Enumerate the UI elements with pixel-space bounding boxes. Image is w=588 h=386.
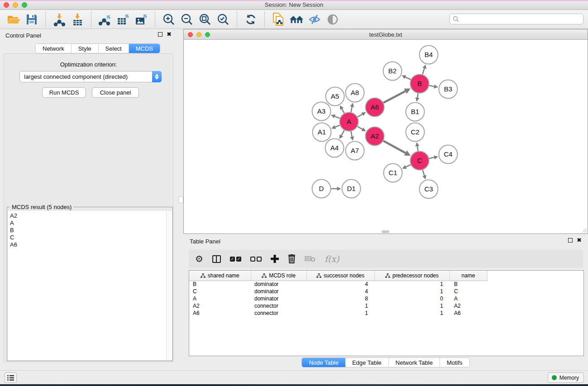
function-builder-button[interactable]: f(x) — [325, 254, 339, 264]
column-header-shared-name[interactable]: shared name — [189, 271, 251, 281]
refresh-layout-button[interactable] — [242, 11, 260, 28]
show-graphics-details-button[interactable] — [324, 11, 342, 28]
graph-node-B2[interactable]: B2 — [383, 62, 402, 81]
mcds-result-list[interactable]: A2ABCA6 — [8, 211, 166, 360]
table-row[interactable]: A2connector11A2 — [189, 302, 494, 310]
column-header-MCDS-role[interactable]: MCDS role — [251, 271, 306, 281]
graph-node-C3[interactable]: C3 — [420, 180, 438, 199]
edge-D-D1[interactable] — [331, 187, 341, 191]
table-row[interactable]: Adominator80A — [189, 295, 494, 302]
column-header-successor-nodes[interactable]: successor nodes — [306, 271, 374, 281]
zoom-in-button[interactable] — [160, 11, 178, 28]
column-header-predecessor-nodes[interactable]: predecessor nodes — [374, 271, 449, 281]
edge-A-A2[interactable] — [358, 127, 366, 131]
table-row[interactable]: A6connector11A6 — [189, 310, 494, 317]
edge-A-A8[interactable] — [350, 103, 354, 112]
graph-node-A1[interactable]: A1 — [313, 123, 331, 142]
home-layout-button[interactable] — [287, 11, 306, 28]
network-window-titlebar[interactable]: testGlobe.txt — [184, 29, 588, 40]
tab-node-table[interactable]: Node Table — [302, 358, 345, 367]
tab-motifs[interactable]: Motifs — [440, 358, 469, 367]
graph-node-A7[interactable]: A7 — [346, 142, 364, 160]
graph-node-C1[interactable]: C1 — [384, 164, 402, 182]
graph-node-A5[interactable]: A5 — [326, 87, 344, 106]
edge-A6-B[interactable] — [383, 88, 411, 103]
tab-network-table[interactable]: Network Table — [389, 358, 440, 367]
edge-C-C3[interactable] — [422, 170, 426, 179]
graph-node-A6[interactable]: A6 — [366, 98, 384, 117]
export-network-button[interactable] — [96, 11, 114, 28]
table-row[interactable]: Bdominator41B — [189, 281, 494, 288]
tab-network[interactable]: Network — [36, 44, 72, 53]
graph-node-B3[interactable]: B3 — [439, 80, 458, 99]
edge-A-A4[interactable] — [339, 130, 344, 139]
tab-style[interactable]: Style — [72, 44, 99, 53]
zoom-out-button[interactable] — [178, 11, 196, 28]
resize-grip-icon[interactable] — [581, 227, 587, 233]
tab-mcds[interactable]: MCDS — [129, 44, 160, 53]
column-header-name[interactable]: name — [449, 271, 487, 281]
graph-node-C4[interactable]: C4 — [439, 145, 458, 164]
save-session-button[interactable] — [23, 11, 41, 28]
table-close-panel-icon[interactable]: ✖ — [577, 238, 582, 243]
edge-A-A5[interactable] — [340, 105, 344, 114]
show-task-history-button[interactable] — [5, 372, 17, 383]
hide-columns-button[interactable] — [250, 257, 262, 262]
edge-C-C2[interactable] — [415, 142, 419, 151]
import-network-button[interactable] — [50, 11, 68, 28]
table-row[interactable]: Cdominator41C — [189, 288, 494, 295]
graph-node-C[interactable]: C — [411, 152, 429, 170]
graph-node-A3[interactable]: A3 — [312, 102, 331, 121]
graph-node-B4[interactable]: B4 — [420, 46, 438, 64]
tab-edge-table[interactable]: Edge Table — [345, 358, 389, 367]
open-file-button[interactable] — [5, 11, 23, 28]
table-float-panel-icon[interactable] — [568, 238, 573, 243]
close-panel-icon[interactable]: ✖ — [167, 32, 172, 37]
edge-C-C1[interactable] — [402, 165, 411, 169]
edge-C-C4[interactable] — [429, 155, 438, 159]
graph-node-B[interactable]: B — [411, 75, 429, 93]
edge-A-A3[interactable] — [331, 114, 340, 119]
search-input[interactable] — [459, 15, 583, 23]
graph-node-D[interactable]: D — [312, 180, 331, 198]
zoom-selected-button[interactable] — [214, 11, 232, 28]
export-image-button[interactable] — [132, 11, 150, 28]
memory-button[interactable]: Memory — [548, 372, 584, 383]
delete-table-button[interactable] — [305, 256, 316, 262]
close-panel-button[interactable]: Close panel — [92, 87, 139, 98]
graph-node-C2[interactable]: C2 — [406, 123, 425, 142]
graph-node-A2[interactable]: A2 — [366, 127, 384, 146]
edge-B-B4[interactable] — [422, 64, 426, 74]
canvas-hscroll-thumb[interactable] — [382, 230, 389, 233]
network-canvas[interactable]: B4B2BB3A8A5A6A3B1AA1C2A2A4A7C4CC1DD1C3 — [184, 40, 588, 234]
zoom-fit-button[interactable] — [196, 11, 214, 28]
tab-select[interactable]: Select — [99, 44, 129, 53]
edge-A-A6[interactable] — [358, 112, 366, 117]
show-columns-button[interactable]: ✓✓ — [230, 257, 241, 262]
float-panel-icon[interactable] — [158, 32, 163, 37]
edge-A-A7[interactable] — [350, 131, 354, 141]
edge-B-B1[interactable] — [416, 93, 420, 102]
edge-A-A1[interactable] — [331, 125, 340, 129]
optimization-criterion-dropdown[interactable]: largest connected component (directed) — [19, 71, 162, 82]
result-list-scrollbar[interactable] — [166, 211, 172, 360]
duplicate-network-button[interactable] — [269, 11, 287, 28]
graph-node-D1[interactable]: D1 — [342, 180, 361, 198]
graph-node-B1[interactable]: B1 — [406, 103, 425, 121]
export-table-button[interactable] — [114, 11, 132, 28]
search-field[interactable] — [449, 14, 583, 24]
split-divider-handle[interactable] — [178, 196, 183, 203]
graph-node-A4[interactable]: A4 — [325, 139, 344, 157]
edge-B-B3[interactable] — [429, 85, 438, 89]
edge-A2-C[interactable] — [383, 141, 411, 156]
import-table-button[interactable] — [68, 11, 86, 28]
graph-node-A8[interactable]: A8 — [346, 84, 364, 102]
hide-graphics-details-button[interactable] — [306, 11, 324, 28]
split-pane-button[interactable] — [212, 255, 221, 263]
edge-B-B2[interactable] — [402, 75, 411, 80]
table-settings-button[interactable]: ⚙ — [195, 254, 203, 263]
create-column-button[interactable] — [271, 255, 279, 263]
delete-column-button[interactable] — [288, 254, 296, 263]
run-mcds-button[interactable]: Run MCDS — [42, 87, 86, 98]
graph-node-A[interactable]: A — [340, 113, 359, 131]
